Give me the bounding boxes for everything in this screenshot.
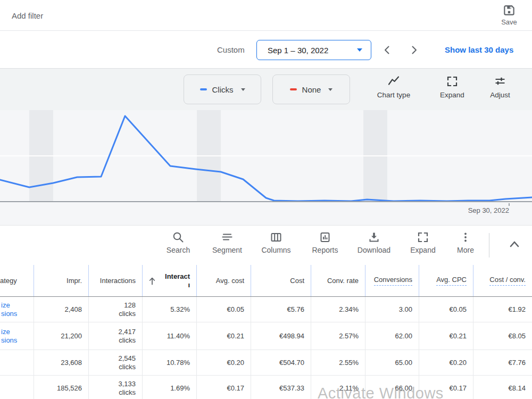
more-button[interactable]: More	[443, 231, 488, 254]
chart-expand-label: Expand	[440, 91, 464, 99]
cell-value: 2,545	[118, 354, 136, 363]
cell-value: 185,526	[57, 384, 82, 393]
search-button[interactable]: Search	[156, 231, 201, 254]
cell-value: 10.78%	[167, 359, 190, 367]
columns-button[interactable]: Columns	[254, 231, 298, 254]
segment-button[interactable]: Segment	[205, 231, 250, 254]
metric2-dropdown[interactable]: None	[272, 74, 350, 104]
column-header-conv_rate[interactable]: Conv. rate	[311, 265, 365, 296]
table-row: 185,5263,133clicks1.69%€0.17€537.332.11%…	[0, 376, 532, 399]
cell-value: €8.14	[508, 384, 526, 393]
strategy-link-fragment[interactable]: sions	[1, 310, 17, 318]
previous-period-button[interactable]	[377, 40, 398, 60]
column-header-label: Avg. CPC	[436, 276, 467, 286]
download-button[interactable]: Download	[352, 231, 396, 254]
toolbar-item-label: Segment	[212, 246, 242, 254]
chart-expand-button[interactable]: Expand	[428, 75, 477, 99]
cell-impressions: 185,526	[34, 376, 89, 399]
reports-icon	[319, 231, 331, 244]
cell-value: 128	[124, 301, 136, 310]
column-header-cost_per_conv[interactable]: Cost / conv.	[473, 265, 532, 296]
table-row: izesions21,2002,417clicks11.40%€0.21€498…	[0, 322, 532, 350]
toolbar-item-label: Download	[358, 246, 390, 254]
cell-conversions: 66.00	[365, 376, 419, 399]
cell-value: 2.55%	[339, 359, 359, 367]
metric2-color-swatch	[290, 88, 297, 90]
cell-avg_cost: €0.05	[197, 297, 251, 322]
cell-interaction_rate: 1.69%	[143, 376, 197, 399]
strategy-link-fragment[interactable]: sions	[1, 336, 17, 345]
cell-value: €7.76	[508, 359, 526, 367]
add-filter-button[interactable]: Add filter	[12, 0, 43, 31]
cell-interaction_rate: 11.40%	[143, 322, 197, 350]
cell-value: 21,200	[61, 332, 82, 340]
cell-value: €504.70	[279, 359, 304, 367]
download-icon	[368, 231, 380, 244]
collapse-table-button[interactable]	[505, 235, 523, 253]
toolbar-item-label: Columns	[261, 246, 290, 254]
cell-avg_cost: €0.17	[197, 376, 251, 399]
strategy-link-fragment[interactable]: ize	[1, 301, 10, 310]
chart-adjust-button[interactable]: Adjust	[476, 75, 525, 99]
cell-value: 2,417	[118, 328, 136, 336]
cell-value: €0.20	[227, 359, 244, 367]
cell-value: €0.17	[227, 384, 244, 393]
cell-value: 66.00	[395, 384, 412, 393]
cell-value: 3,133	[118, 380, 136, 388]
cell-strategy	[0, 350, 34, 375]
cell-conv_rate: 2.34%	[311, 297, 365, 322]
reports-button[interactable]: Reports	[303, 231, 347, 254]
table-row: izesions2,408128clicks5.32%€0.05€5.762.3…	[0, 297, 532, 322]
cell-conversions: 3.00	[365, 297, 419, 322]
column-header-cost[interactable]: Cost	[251, 265, 311, 296]
cell-value: 3.00	[399, 305, 412, 314]
column-header-avg_cpc[interactable]: Avg. CPC	[419, 265, 473, 296]
save-button[interactable]: Save	[494, 3, 525, 26]
cell-interaction_rate: 10.78%	[143, 350, 197, 375]
data-table: ategyImpr.InteractionsInteractıAvg. cost…	[0, 265, 532, 399]
cell-cost_per_conv: €7.76	[473, 350, 532, 375]
column-header-label: Conv. rate	[327, 277, 359, 285]
toolbar-item-label: Expand	[410, 246, 435, 254]
cell-strategy[interactable]: izesions	[0, 297, 34, 322]
cell-avg_cost: €0.21	[197, 322, 251, 350]
show-last-30-days-link[interactable]: Show last 30 days	[445, 31, 513, 69]
next-period-button[interactable]	[403, 40, 425, 60]
axis-end-date-label: Sep 30, 2022	[468, 206, 509, 214]
chart-type-icon	[387, 75, 400, 88]
cell-cost: €504.70	[251, 350, 311, 375]
cell-value: €0.21	[449, 332, 467, 340]
metric1-label: Clicks	[212, 85, 234, 94]
date-range-button[interactable]: Sep 1 – 30, 2022	[256, 40, 371, 60]
cell-strategy	[0, 376, 34, 399]
cell-impressions: 2,408	[34, 297, 89, 322]
cell-value: €0.20	[449, 359, 467, 367]
caret-down-icon	[328, 88, 332, 91]
cell-cost: €5.76	[251, 297, 311, 322]
column-header-conversions[interactable]: Conversions	[365, 265, 419, 296]
column-header-label: Impr.	[66, 277, 82, 285]
strategy-link-fragment[interactable]: ize	[1, 328, 10, 336]
cell-value: €0.05	[449, 305, 467, 314]
column-header-strategy[interactable]: ategy	[0, 265, 34, 296]
save-label: Save	[501, 18, 517, 26]
cell-avg_cpc: €0.20	[419, 350, 473, 375]
column-header-interaction_rate[interactable]: Interactı	[143, 265, 197, 296]
expand-button[interactable]: Expand	[401, 231, 445, 254]
cell-strategy[interactable]: izesions	[0, 322, 34, 350]
columns-icon	[270, 231, 282, 244]
cell-interactions: 128clicks	[89, 297, 143, 322]
save-icon	[502, 3, 516, 17]
chart-type-button[interactable]: Chart type	[369, 75, 418, 99]
cell-value: 23,608	[61, 359, 82, 367]
column-header-avg_cost[interactable]: Avg. cost	[197, 265, 251, 296]
column-header-impressions[interactable]: Impr.	[34, 265, 89, 296]
cell-cost: €537.33	[251, 376, 311, 399]
cell-value: 11.40%	[167, 332, 190, 340]
metric1-dropdown[interactable]: Clicks	[184, 74, 261, 104]
top-bar: Add filter Save	[0, 0, 532, 31]
cell-value: €0.05	[227, 305, 244, 314]
cell-cost_per_conv: €8.05	[473, 322, 532, 350]
column-header-interactions[interactable]: Interactions	[89, 265, 143, 296]
column-header-label: Cost / conv.	[489, 276, 526, 286]
